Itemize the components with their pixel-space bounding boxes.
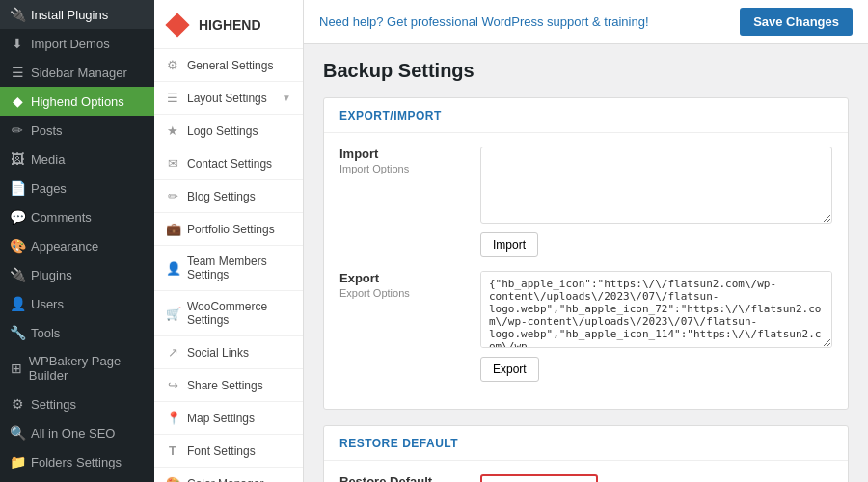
appearance-icon: 🎨 — [10, 238, 25, 254]
export-button[interactable]: Export — [480, 357, 539, 382]
sidebar-item-comments[interactable]: 💬 Comments — [0, 202, 154, 231]
import-label: Import — [339, 147, 465, 161]
import-button[interactable]: Import — [480, 232, 538, 257]
highend-icon: ◆ — [10, 94, 25, 109]
sidebar-item-allinoneseo[interactable]: 🔍 All in One SEO — [0, 418, 154, 447]
nav-item-font[interactable]: T Font Settings — [154, 435, 303, 468]
sidebar-item-posts[interactable]: ✏ Posts — [0, 116, 154, 145]
wpbakery-icon: ⊞ — [10, 361, 23, 376]
import-icon: ⬇ — [10, 36, 25, 51]
plugins-icon: 🔌 — [10, 267, 25, 282]
export-control-col: Export — [480, 271, 832, 382]
nav-item-team[interactable]: 👤 Team Members Settings — [154, 246, 303, 291]
general-settings-icon: ⚙ — [166, 58, 179, 72]
export-import-title: EXPORT/IMPORT — [339, 109, 442, 122]
font-settings-icon: T — [166, 443, 179, 458]
sidebar-item-settings[interactable]: ⚙ Settings — [0, 389, 154, 418]
pages-icon: 📄 — [10, 180, 25, 196]
options-title: HIGHEND — [199, 17, 261, 33]
left-sidebar: 🔌 Install Plugins ⬇ Import Demos ☰ Sideb… — [0, 0, 154, 482]
svg-marker-0 — [165, 13, 189, 37]
plugin-icon: 🔌 — [10, 7, 25, 22]
social-links-icon: ↗ — [166, 345, 179, 360]
topbar: Need help? Get professional WordPress su… — [304, 0, 868, 44]
sidebar-item-highend-options[interactable]: ◆ Highend Options — [0, 87, 154, 116]
main-content: Need help? Get professional WordPress su… — [304, 0, 868, 482]
comments-icon: 💬 — [10, 209, 25, 225]
export-label-col: Export Export Options — [339, 271, 465, 382]
sidebar-item-import-demos[interactable]: ⬇ Import Demos — [0, 29, 154, 58]
portfolio-settings-icon: 💼 — [166, 222, 179, 236]
import-label-col: Import Import Options — [339, 147, 465, 257]
sidebar-item-appearance[interactable]: 🎨 Appearance — [0, 231, 154, 260]
users-icon: 👤 — [10, 296, 25, 311]
nav-item-share[interactable]: ↪ Share Settings — [154, 369, 303, 402]
nav-item-general[interactable]: ⚙ General Settings — [154, 49, 303, 82]
nav-item-portfolio[interactable]: 💼 Portfolio Settings — [154, 213, 303, 246]
contact-settings-icon: ✉ — [166, 156, 179, 171]
export-textarea[interactable] — [480, 271, 832, 348]
logo-settings-icon: ★ — [166, 123, 179, 138]
restore-title: RESTORE DEFAULT — [339, 437, 458, 450]
import-row: Import Import Options Import — [339, 147, 832, 257]
nav-item-logo[interactable]: ★ Logo Settings — [154, 115, 303, 147]
posts-icon: ✏ — [10, 122, 25, 138]
options-nav-panel: HIGHEND ⚙ General Settings ☰ Layout Sett… — [154, 0, 304, 482]
woocommerce-settings-icon: 🛒 — [166, 307, 179, 321]
nav-item-contact[interactable]: ✉ Contact Settings — [154, 147, 303, 180]
import-textarea[interactable] — [480, 147, 832, 224]
restore-default-button[interactable]: Restore Default — [480, 474, 598, 482]
sidebar-item-install-plugins[interactable]: 🔌 Install Plugins — [0, 0, 154, 29]
nav-item-social[interactable]: ↗ Social Links — [154, 336, 303, 369]
export-row: Export Export Options Export — [339, 271, 832, 382]
restore-options-label: Restore Default Options — [339, 474, 465, 482]
sidebar-item-sidebar-manager[interactable]: ☰ Sidebar Manager — [0, 58, 154, 87]
settings-icon: ⚙ — [10, 396, 25, 412]
help-link[interactable]: Need help? Get professional WordPress su… — [319, 14, 649, 29]
sidebar-item-media[interactable]: 🖼 Media — [0, 145, 154, 174]
restore-header: RESTORE DEFAULT — [324, 426, 848, 461]
nav-item-layout[interactable]: ☰ Layout Settings ▼ — [154, 82, 303, 115]
layout-settings-icon: ☰ — [166, 91, 179, 105]
folders-icon: 📁 — [10, 454, 25, 469]
sidebar-item-pages[interactable]: 📄 Pages — [0, 174, 154, 202]
options-header: HIGHEND — [154, 0, 303, 49]
page-title: Backup Settings — [323, 60, 849, 82]
seo-icon: 🔍 — [10, 425, 25, 441]
content-area: Backup Settings EXPORT/IMPORT Import Imp… — [304, 44, 868, 482]
expand-arrow-icon: ▼ — [282, 93, 291, 103]
restore-control-col: Restore Default ** Please make sure you … — [480, 474, 832, 482]
media-icon: 🖼 — [10, 151, 25, 167]
sidebar-item-users[interactable]: 👤 Users — [0, 289, 154, 318]
sidebar-item-wpbakery[interactable]: ⊞ WPBakery Page Builder — [0, 347, 154, 389]
nav-item-woocommerce[interactable]: 🛒 WooCommerce Settings — [154, 291, 303, 336]
tools-icon: 🔧 — [10, 325, 25, 340]
import-sublabel: Import Options — [339, 163, 465, 174]
sidebar-item-folders[interactable]: 📁 Folders Settings — [0, 447, 154, 476]
diamond-logo-icon — [164, 12, 191, 39]
save-changes-button[interactable]: Save Changes — [740, 8, 853, 36]
restore-label-col: Restore Default Options Restore options … — [339, 474, 465, 482]
export-sublabel: Export Options — [339, 287, 465, 299]
sidebar-item-plugins[interactable]: 🔌 Plugins — [0, 260, 154, 289]
export-import-section: EXPORT/IMPORT Import Import Options Impo… — [323, 97, 849, 410]
map-settings-icon: 📍 — [166, 411, 179, 425]
restore-section: RESTORE DEFAULT Restore Default Options … — [323, 425, 849, 482]
color-manager-icon: 🎨 — [166, 476, 179, 482]
nav-item-color[interactable]: 🎨 Color Manager — [154, 468, 303, 482]
restore-body: Restore Default Options Restore options … — [324, 461, 848, 482]
blog-settings-icon: ✏ — [166, 189, 179, 203]
sidebar-manager-icon: ☰ — [10, 65, 25, 80]
nav-item-blog[interactable]: ✏ Blog Settings — [154, 180, 303, 213]
import-control-col: Import — [480, 147, 832, 257]
export-label: Export — [339, 271, 465, 285]
team-settings-icon: 👤 — [166, 261, 179, 276]
sidebar-item-tools[interactable]: 🔧 Tools — [0, 318, 154, 347]
share-settings-icon: ↪ — [166, 378, 179, 392]
restore-row: Restore Default Options Restore options … — [339, 474, 832, 482]
export-import-body: Import Import Options Import Export Expo… — [324, 133, 848, 409]
nav-item-map[interactable]: 📍 Map Settings — [154, 402, 303, 435]
sidebar-item-team[interactable]: 👥 Team Members — [0, 476, 154, 482]
export-import-header: EXPORT/IMPORT — [324, 98, 848, 133]
